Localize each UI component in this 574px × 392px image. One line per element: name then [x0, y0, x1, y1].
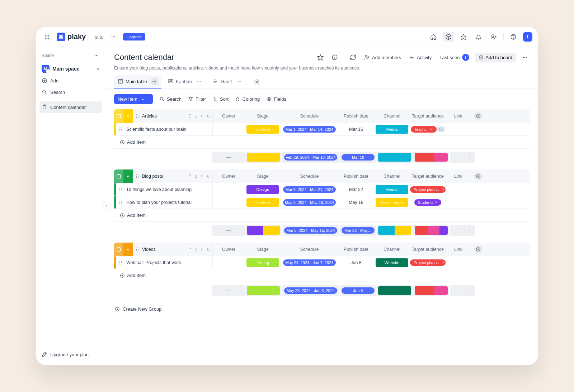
cell-link[interactable] [446, 196, 471, 209]
summary-more[interactable] [450, 285, 475, 296]
star-icon[interactable] [458, 32, 469, 42]
tool-filter[interactable]: Filter [188, 96, 206, 102]
view-tab-main-table[interactable]: Main table [114, 75, 161, 89]
group-collapse-toggle[interactable]: ▾ [123, 243, 133, 256]
drag-handle-icon[interactable] [116, 183, 125, 196]
more-icon[interactable] [519, 52, 530, 63]
tool-sort[interactable]: Sort [212, 96, 229, 102]
info-icon[interactable] [329, 52, 340, 63]
summary-more[interactable] [450, 225, 475, 236]
home-icon[interactable] [428, 32, 439, 42]
drag-handle-icon[interactable] [136, 174, 139, 179]
view-tab-more-icon[interactable] [236, 78, 243, 85]
cell-link[interactable] [446, 123, 471, 135]
space-selector[interactable]: M Main space [39, 63, 102, 75]
user-avatar[interactable]: I [523, 32, 532, 42]
group-select-checkbox[interactable] [114, 169, 123, 183]
item-name[interactable]: Scientific facts about our brain [125, 123, 212, 135]
cell-link[interactable] [446, 183, 471, 196]
box-icon[interactable] [443, 32, 454, 42]
add-item-button[interactable]: Add Item [116, 139, 146, 145]
cell-target[interactable]: Teach…+1 [410, 123, 446, 135]
cell-publish[interactable]: Jun 8 [338, 256, 374, 269]
view-tab-kanban[interactable]: Kanban [164, 75, 206, 89]
item-name[interactable]: How to plan your projects tutorial [125, 196, 212, 209]
help-icon[interactable] [508, 32, 519, 42]
sidebar-add[interactable]: Add [39, 75, 102, 86]
cell-stage[interactable]: Editing [245, 256, 281, 269]
cell-schedule[interactable]: May 24, 2024 - Jun 7, 2024 [281, 256, 338, 269]
cell-stage[interactable]: Content [245, 196, 281, 209]
add-column-button[interactable] [474, 112, 482, 120]
group-select-checkbox[interactable] [114, 243, 123, 256]
cell-stage[interactable]: Content [245, 123, 281, 135]
group-collapse-toggle[interactable]: ▾ [123, 109, 133, 123]
upgrade-plan[interactable]: Upgrade your plan [39, 349, 102, 360]
table-row[interactable]: How to plan your projects tutorial Conte… [114, 196, 530, 209]
tool-coloring[interactable]: Coloring [235, 96, 260, 102]
cell-owner[interactable] [212, 196, 245, 209]
more-icon[interactable] [93, 52, 100, 59]
cell-schedule[interactable]: Mar 1, 2024 - Mar 14, 2024 [281, 123, 338, 135]
cell-channel[interactable]: Social media [374, 196, 410, 209]
summary-more[interactable] [450, 152, 475, 163]
cell-channel[interactable]: Media [374, 183, 410, 196]
add-item-button[interactable]: Add Item [116, 273, 146, 278]
group-name[interactable]: Videos 10 [133, 243, 212, 256]
cell-target[interactable]: Students [410, 196, 446, 209]
add-to-board-button[interactable]: Add to board [475, 53, 516, 62]
add-column-button[interactable] [474, 172, 482, 180]
new-item-button[interactable]: New Item [114, 94, 153, 104]
create-new-group[interactable]: Create New Group [114, 303, 530, 315]
more-tags-badge[interactable]: +1 [437, 126, 445, 132]
board-title[interactable]: Content calendar [114, 53, 174, 62]
automation-icon[interactable] [348, 52, 358, 63]
cell-target[interactable]: Project plann… [410, 183, 446, 196]
add-members-button[interactable]: Add members [362, 53, 403, 62]
group-name[interactable]: Blog posts 20 [133, 169, 212, 183]
workspace-name[interactable]: slite [95, 34, 104, 40]
favorite-star-icon[interactable] [315, 52, 326, 63]
product-logo[interactable]: ⌘ plaky [57, 33, 86, 41]
activity-button[interactable]: Activity [407, 53, 434, 62]
cell-target[interactable]: Project plann… [410, 256, 446, 269]
cell-owner[interactable] [212, 123, 245, 135]
cell-schedule[interactable]: May 3, 2024 - May 16, 2024 [281, 196, 338, 209]
tool-search[interactable]: Search [159, 96, 182, 102]
table-row[interactable]: 10 things we love about planning Design … [114, 183, 530, 196]
group-select-checkbox[interactable] [114, 109, 123, 123]
item-name[interactable]: 10 things we love about planning [125, 183, 212, 196]
add-column-button[interactable] [474, 245, 482, 253]
drag-handle-icon[interactable] [116, 256, 125, 269]
cell-channel[interactable]: Media [374, 123, 410, 135]
apps-grid-icon[interactable] [42, 32, 52, 42]
cell-link[interactable] [446, 256, 471, 269]
drag-handle-icon[interactable] [136, 247, 139, 252]
invite-icon[interactable] [488, 32, 499, 42]
cell-stage[interactable]: Design [245, 183, 281, 196]
item-name[interactable]: Webinar: Projects that work [125, 256, 212, 269]
bell-icon[interactable] [473, 32, 484, 42]
tool-fields[interactable]: Fields [266, 96, 286, 102]
sidebar-search[interactable]: Search [39, 86, 102, 98]
cell-publish[interactable]: Mar 16 [338, 123, 374, 135]
cell-publish[interactable]: Mar 22 [338, 183, 374, 196]
add-item-button[interactable]: Add Item [116, 212, 146, 218]
drag-handle-icon[interactable] [116, 196, 125, 209]
view-tab-more-icon[interactable] [151, 78, 158, 85]
view-tab-more-icon[interactable] [196, 78, 203, 85]
group-collapse-toggle[interactable]: ▾ [123, 169, 133, 183]
table-row[interactable]: Webinar: Projects that work Editing May … [114, 256, 530, 269]
view-tab-gantt[interactable]: Gantt [209, 75, 246, 89]
cell-publish[interactable]: May 18 [338, 196, 374, 209]
table-row[interactable]: Scientific facts about our brain Content… [114, 123, 530, 136]
view-settings-icon[interactable] [251, 76, 262, 87]
cell-owner[interactable] [212, 183, 245, 196]
sidebar-collapse[interactable]: ‹ [102, 202, 110, 210]
upgrade-button[interactable]: Upgrade [123, 33, 145, 40]
cell-channel[interactable]: Website [374, 256, 410, 269]
more-icon[interactable] [108, 32, 119, 42]
cell-schedule[interactable]: Mar 6, 2024 - Mar 21, 2024 [281, 183, 338, 196]
last-seen[interactable]: Last seen I [437, 52, 471, 62]
cell-owner[interactable] [212, 256, 245, 269]
